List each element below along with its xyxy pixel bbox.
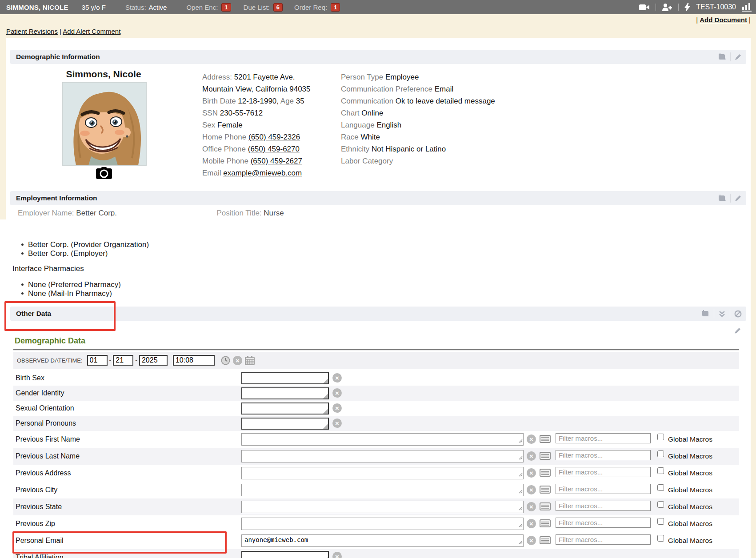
resize-grip[interactable] [323, 379, 328, 383]
macro-list-icon[interactable] [540, 502, 551, 512]
org-item-text: Better Corp. (Employer) [28, 249, 108, 258]
disable-circle-slash-icon[interactable] [734, 310, 742, 318]
macro-list-icon[interactable] [540, 519, 551, 529]
resize-grip[interactable] [323, 409, 328, 414]
add-person-icon[interactable] [662, 3, 672, 11]
clear-field-icon[interactable]: × [527, 451, 536, 461]
macro-list-icon[interactable] [540, 435, 551, 445]
field-label: Race [341, 133, 359, 141]
field-label: Birth Date [202, 97, 236, 105]
clear-field-icon[interactable]: × [332, 373, 342, 383]
pipe: | [749, 16, 751, 24]
clear-field-icon[interactable]: × [332, 552, 342, 558]
patient-age-sex: 35 y/o F [82, 4, 106, 11]
global-macros-checkbox[interactable] [657, 484, 664, 491]
clear-datetime-icon[interactable]: × [233, 356, 242, 365]
clear-field-icon[interactable]: × [527, 536, 536, 545]
previous-state-textarea[interactable] [241, 501, 524, 513]
edit-pencil-icon[interactable] [734, 327, 741, 334]
demographic-data-title: Demographic Data [15, 336, 85, 346]
quick-action-bolt-icon[interactable] [684, 3, 690, 12]
clear-field-icon[interactable]: × [332, 418, 342, 428]
filter-macros-input[interactable] [556, 501, 651, 511]
email-link[interactable]: example@mieweb.com [223, 169, 302, 177]
personal-pronouns-input[interactable] [241, 418, 329, 430]
section-divider [13, 349, 739, 351]
order-req-badge[interactable]: 1 [331, 3, 340, 12]
global-macros-checkbox[interactable] [657, 501, 664, 508]
office-phone-link[interactable]: (650) 459-6270 [248, 145, 300, 153]
pharmacy-list-item: None (Preferred Pharmacy) [21, 280, 121, 289]
macro-list-icon[interactable] [540, 452, 551, 462]
add-document-link[interactable]: Add Document [700, 16, 747, 24]
video-call-icon[interactable] [639, 4, 650, 11]
employer-name-value: Better Corp. [76, 209, 117, 216]
filter-macros-input[interactable] [556, 518, 651, 528]
edit-pencil-icon[interactable] [735, 195, 742, 202]
macro-list-icon[interactable] [540, 536, 551, 546]
observed-day-input[interactable] [113, 355, 133, 366]
mobile-phone-link[interactable]: (650) 459-2627 [251, 157, 302, 165]
due-list-badge[interactable]: 6 [273, 3, 283, 12]
sexual-orientation-input[interactable] [241, 403, 329, 415]
filter-macros-input[interactable] [556, 484, 651, 494]
field-value: Ok to leave detailed message [396, 97, 495, 105]
clear-field-icon[interactable]: × [332, 403, 342, 413]
collapse-double-chevron-icon[interactable] [718, 311, 726, 317]
clock-icon[interactable] [221, 356, 230, 365]
journal-icon[interactable] [718, 195, 726, 202]
global-macros-checkbox[interactable] [657, 450, 664, 457]
observed-year-input[interactable] [139, 355, 168, 366]
clear-field-icon[interactable]: × [527, 502, 536, 511]
bullet-dot [21, 292, 24, 295]
status-label: Status: [125, 4, 146, 11]
clear-field-icon[interactable]: × [527, 434, 536, 444]
global-macros-label: Global Macros [668, 435, 712, 443]
tribal-affiliation-input[interactable] [241, 551, 329, 558]
global-macros-label: Global Macros [668, 503, 712, 511]
filter-macros-input[interactable] [556, 534, 651, 545]
previous-zip-textarea[interactable] [241, 518, 524, 530]
previous-first-name-textarea[interactable] [241, 433, 524, 446]
journal-icon[interactable] [701, 310, 710, 317]
clear-field-icon[interactable]: × [527, 519, 536, 528]
resize-grip[interactable] [323, 394, 328, 399]
personal-email-textarea[interactable]: anyone@mieweb.com [241, 534, 524, 547]
open-enc-badge[interactable]: 1 [221, 3, 231, 12]
home-phone-link[interactable]: (650) 459-2326 [248, 133, 300, 141]
global-macros-checkbox[interactable] [657, 434, 664, 440]
macro-list-icon[interactable] [540, 486, 551, 495]
patient-photo[interactable] [62, 82, 147, 166]
field-value: 5201 Fayette Ave. [234, 73, 295, 81]
gender-identity-input[interactable] [241, 387, 329, 399]
global-macros-checkbox[interactable] [657, 467, 664, 474]
birth-sex-input[interactable] [241, 372, 329, 384]
filter-macros-input[interactable] [556, 433, 651, 443]
add-alert-comment-link[interactable]: Add Alert Comment [63, 28, 120, 35]
journal-icon[interactable] [718, 53, 726, 60]
previous-last-name-textarea[interactable] [241, 450, 524, 462]
patient-revisions-link[interactable]: Patient Revisions [6, 28, 58, 35]
previous-city-textarea[interactable] [241, 484, 524, 496]
bullet-dot [21, 283, 24, 286]
filter-macros-input[interactable] [556, 467, 651, 477]
clear-field-icon[interactable]: × [332, 388, 342, 398]
clear-field-icon[interactable]: × [527, 468, 536, 478]
observed-month-input[interactable] [87, 355, 108, 366]
clear-field-icon[interactable]: × [527, 485, 536, 494]
global-macros-checkbox[interactable] [657, 518, 664, 525]
global-macros-checkbox[interactable] [657, 535, 664, 542]
macro-list-icon[interactable] [540, 469, 551, 478]
edit-pencil-icon[interactable] [735, 53, 742, 60]
camera-upload-photo-icon[interactable] [96, 167, 112, 179]
flowsheet-chart-icon[interactable] [742, 3, 752, 12]
observed-time-input[interactable] [173, 355, 215, 366]
resize-grip[interactable] [323, 424, 328, 429]
field-label: Age [280, 97, 294, 105]
row-label: Previous Zip [16, 520, 55, 528]
field-value: Not Hispanic or Latino [372, 145, 446, 153]
previous-address-textarea[interactable] [241, 467, 524, 479]
calendar-icon[interactable] [245, 356, 255, 365]
row-label: Sexual Orientation [16, 404, 74, 412]
filter-macros-input[interactable] [556, 450, 651, 460]
